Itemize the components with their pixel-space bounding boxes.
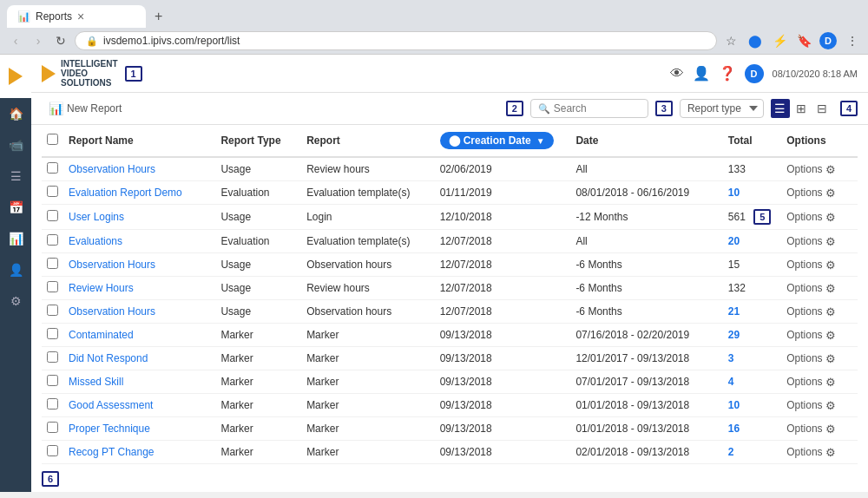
active-tab[interactable]: 📊 Reports × (7, 5, 146, 28)
row-checkbox-9[interactable] (47, 375, 58, 386)
td-total-6: 21 (723, 300, 781, 324)
options-button-3[interactable]: Options ⚙ (786, 235, 835, 248)
report-link-3[interactable]: Evaluations (69, 235, 122, 247)
td-date-6: -6 Months (570, 300, 722, 324)
td-options-3: Options ⚙ (781, 230, 858, 253)
grid-view-icon[interactable]: ⊞ (792, 99, 811, 118)
td-report-name-12: Recog PT Change (63, 441, 215, 464)
extension-icon-1[interactable]: ⬤ (746, 32, 764, 49)
sidebar-item-settings[interactable]: ⚙ (0, 285, 31, 317)
options-button-2[interactable]: Options ⚙ (786, 211, 835, 224)
sidebar-item-users[interactable]: 👤 (0, 254, 31, 285)
table-row: Missed Skill Marker Marker 09/13/2018 07… (42, 370, 858, 394)
th-creation-date[interactable]: ⬤ Creation Date ▼ (435, 125, 571, 157)
sidebar-item-camera[interactable]: 📹 (0, 129, 31, 161)
gear-icon-10: ⚙ (825, 399, 836, 412)
refresh-button[interactable]: ↻ (52, 32, 69, 49)
report-link-0[interactable]: Observation Hours (69, 163, 155, 175)
options-button-11[interactable]: Options ⚙ (786, 423, 835, 436)
sidebar-item-home[interactable]: 🏠 (0, 98, 31, 129)
sidebar-item-reports[interactable]: 📊 (0, 223, 31, 254)
forward-button[interactable]: › (30, 32, 47, 49)
report-link-8[interactable]: Did Not Respond (69, 352, 148, 364)
td-total-12: 2 (723, 441, 781, 464)
avatar[interactable]: D (745, 64, 764, 83)
row-checkbox-0[interactable] (47, 162, 58, 174)
td-report-type-4: Usage (215, 253, 301, 277)
report-type-select[interactable]: Report type All Usage Evaluation Marker (680, 99, 764, 118)
options-button-4[interactable]: Options ⚙ (786, 259, 835, 272)
sidebar: 🏠 📹 ☰ 📅 📊 👤 ⚙ (0, 55, 31, 492)
row-checkbox-5[interactable] (47, 281, 58, 292)
list-view-icon[interactable]: ☰ (771, 99, 790, 118)
extension-icon-3[interactable]: 🔖 (795, 32, 812, 49)
options-button-0[interactable]: Options ⚙ (786, 163, 835, 176)
row-checkbox-3[interactable] (47, 234, 58, 246)
options-button-12[interactable]: Options ⚙ (786, 446, 835, 459)
options-button-6[interactable]: Options ⚙ (786, 305, 835, 318)
toolbar: 📊 New Report 2 🔍 3 Report type All Usage… (31, 93, 868, 125)
options-button-10[interactable]: Options ⚙ (786, 399, 835, 412)
td-checkbox-4 (42, 253, 63, 277)
row-checkbox-12[interactable] (47, 445, 58, 456)
star-icon[interactable]: ☆ (722, 32, 740, 49)
report-link-1[interactable]: Evaluation Report Demo (69, 187, 182, 199)
td-creation-date-11: 09/13/2018 (435, 417, 571, 441)
options-button-8[interactable]: Options ⚙ (786, 352, 835, 365)
options-button-5[interactable]: Options ⚙ (786, 282, 835, 295)
report-link-10[interactable]: Good Assessment (69, 399, 153, 411)
row-checkbox-2[interactable] (47, 210, 58, 221)
report-link-5[interactable]: Review Hours (69, 282, 134, 294)
report-link-2[interactable]: User Logins (69, 211, 124, 223)
td-report-name-8: Did Not Respond (63, 347, 215, 370)
extension-icon-2[interactable]: ⚡ (771, 32, 788, 49)
td-creation-date-8: 09/13/2018 (435, 347, 571, 370)
menu-icon[interactable]: ⋮ (844, 32, 861, 49)
row-checkbox-1[interactable] (47, 186, 58, 197)
annotation-4: 4 (840, 101, 858, 116)
row-checkbox-11[interactable] (47, 422, 58, 433)
sort-arrow-icon: ▼ (536, 136, 545, 146)
row-checkbox-7[interactable] (47, 328, 58, 339)
th-total: Total (723, 125, 781, 157)
td-total-1: 10 (723, 181, 781, 205)
new-tab-button[interactable]: + (149, 7, 168, 26)
report-link-11[interactable]: Proper Technique (69, 423, 150, 435)
person-icon[interactable]: 👤 (693, 65, 710, 82)
gear-icon-5: ⚙ (825, 282, 836, 295)
row-checkbox-8[interactable] (47, 351, 58, 363)
report-link-9[interactable]: Missed Skill (69, 376, 123, 388)
address-bar[interactable]: 🔒 ivsdemo1.ipivs.com/report/list (75, 31, 717, 50)
td-date-4: -6 Months (570, 253, 722, 277)
options-button-9[interactable]: Options ⚙ (786, 376, 835, 389)
options-button-7[interactable]: Options ⚙ (786, 329, 835, 342)
row-checkbox-4[interactable] (47, 258, 58, 269)
sidebar-item-list[interactable]: ☰ (0, 161, 31, 192)
report-link-7[interactable]: Contaminated (69, 329, 134, 341)
users-icon: 👤 (9, 263, 23, 277)
row-checkbox-10[interactable] (47, 398, 58, 410)
help-icon[interactable]: ❓ (719, 65, 736, 82)
table-view-icon[interactable]: ⊟ (812, 99, 832, 118)
td-checkbox-0 (42, 157, 63, 181)
td-date-3: All (570, 230, 722, 253)
td-checkbox-2 (42, 205, 63, 230)
sidebar-item-calendar[interactable]: 📅 (0, 192, 31, 223)
td-report-1: Evaluation template(s) (301, 181, 435, 205)
report-link-4[interactable]: Observation Hours (69, 259, 155, 271)
search-input[interactable] (554, 102, 641, 115)
new-report-button[interactable]: 📊 New Report (42, 98, 128, 119)
td-report-name-1: Evaluation Report Demo (63, 181, 215, 205)
td-report-name-3: Evaluations (63, 230, 215, 253)
profile-icon[interactable]: D (819, 32, 837, 49)
select-all-checkbox[interactable] (47, 134, 58, 145)
eye-icon[interactable]: 👁 (670, 66, 684, 82)
view-icons: ☰ ⊞ ⊟ (771, 99, 832, 118)
report-link-12[interactable]: Recog PT Change (69, 446, 155, 458)
back-button[interactable]: ‹ (7, 32, 24, 49)
gear-icon-12: ⚙ (825, 446, 836, 459)
tab-close-button[interactable]: × (77, 10, 84, 23)
row-checkbox-6[interactable] (47, 305, 58, 316)
options-button-1[interactable]: Options ⚙ (786, 187, 835, 200)
report-link-6[interactable]: Observation Hours (69, 305, 155, 318)
